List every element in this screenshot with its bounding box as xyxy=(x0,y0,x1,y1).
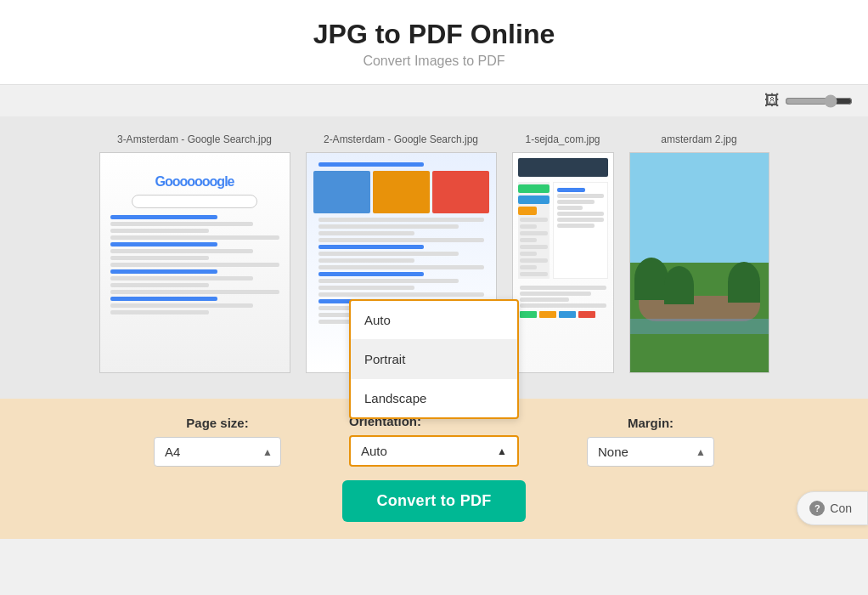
orientation-option-auto[interactable]: Auto xyxy=(351,301,517,340)
orientation-option-landscape[interactable]: Landscape xyxy=(351,379,517,417)
margin-select[interactable]: None Small Large xyxy=(587,437,714,467)
image-thumb-4[interactable] xyxy=(629,152,769,373)
image-thumb-1[interactable]: Gooooooogle xyxy=(99,152,290,373)
search-bar-sim-1 xyxy=(132,195,257,208)
logo-sim-1: Gooooooogle xyxy=(105,174,285,190)
image-filename-4: amsterdam 2.jpg xyxy=(661,133,736,145)
convert-button[interactable]: Convert to PDF xyxy=(342,480,525,522)
controls-row: Page size: A4 Letter A3 ▲ Orientation: A… xyxy=(25,414,843,467)
image-filename-1: 3-Amsterdam - Google Search.jpg xyxy=(117,133,272,145)
image-thumb-3[interactable] xyxy=(512,152,614,373)
image-card-1: 3-Amsterdam - Google Search.jpg Gooooooo… xyxy=(99,133,290,373)
page-subtitle: Convert Images to PDF xyxy=(0,54,868,69)
page-size-select-wrapper: A4 Letter A3 ▲ xyxy=(154,437,281,467)
image-icon: 🖼 xyxy=(764,92,780,110)
con-button[interactable]: ? Con xyxy=(797,491,868,525)
orientation-arrow-icon: ▲ xyxy=(497,445,507,457)
page-size-select[interactable]: A4 Letter A3 xyxy=(154,437,281,467)
bottom-panel: Page size: A4 Letter A3 ▲ Orientation: A… xyxy=(0,399,868,539)
con-label: Con xyxy=(830,502,852,515)
margin-select-wrapper: None Small Large ▲ xyxy=(587,437,714,467)
toolbar: 🖼 xyxy=(0,85,868,116)
orientation-option-portrait[interactable]: Portrait xyxy=(351,340,517,379)
image-card-3: 1-sejda_com.jpg xyxy=(512,133,614,373)
orientation-current-value: Auto xyxy=(361,444,387,458)
margin-label: Margin: xyxy=(587,416,714,430)
page-size-control: Page size: A4 Letter A3 ▲ xyxy=(154,416,281,467)
orientation-dropdown-popup[interactable]: Auto Portrait Landscape xyxy=(349,299,519,419)
margin-control: Margin: None Small Large ▲ xyxy=(587,416,714,467)
zoom-control: 🖼 xyxy=(764,92,853,110)
question-icon: ? xyxy=(809,501,825,516)
image-card-4: amsterdam 2.jpg xyxy=(629,133,769,373)
page-title: JPG to PDF Online xyxy=(0,19,868,50)
header: JPG to PDF Online Convert Images to PDF xyxy=(0,0,868,85)
image-filename-3: 1-sejda_com.jpg xyxy=(525,133,600,145)
page-size-label: Page size: xyxy=(154,416,281,430)
convert-button-wrapper: Convert to PDF xyxy=(25,480,843,522)
zoom-slider[interactable] xyxy=(785,94,853,108)
orientation-select-button[interactable]: Auto ▲ xyxy=(349,435,519,467)
orientation-control: Orientation: Auto Portrait Landscape Aut… xyxy=(349,414,519,467)
image-filename-2: 2-Amsterdam - Google Search.jpg xyxy=(324,133,478,145)
amsterdam-photo xyxy=(630,153,769,372)
